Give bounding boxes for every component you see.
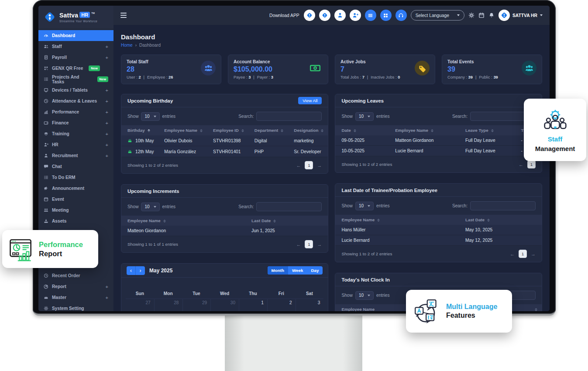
pager-prev-icon[interactable]: ←: [510, 251, 515, 257]
sidebar-item-payroll[interactable]: Payroll+: [38, 52, 113, 63]
pager-page-1[interactable]: 1: [519, 250, 527, 258]
dashboard-content: Dashboard Home › Dashboard Total Staff 2…: [113, 25, 550, 311]
column-header[interactable]: Date: [335, 125, 389, 135]
column-header[interactable]: Employee Name: [158, 125, 207, 135]
calendar-date-cell[interactable]: 28: [154, 299, 182, 311]
sidebar-item-dashboard[interactable]: Dashboard: [38, 30, 113, 41]
staff-management-icon: [541, 107, 570, 134]
sidebar-item-projects-tasks[interactable]: Projects And TasksNew: [38, 74, 113, 85]
calendar-month-title: May 2025: [149, 268, 172, 274]
search-input[interactable]: [256, 202, 322, 211]
table-header-row: Employee Name Last Date: [335, 215, 542, 225]
calendar-date-cell[interactable]: 1: [239, 299, 267, 311]
per-page-select[interactable]: 10: [355, 202, 374, 210]
support-button[interactable]: [395, 10, 407, 21]
topbar: Download APP Select Language: [113, 6, 550, 25]
sidebar-item-chat[interactable]: Chat: [38, 161, 113, 172]
calendar-day-headers: Sun Mon Tue Wed Thu Fri Sat: [126, 289, 323, 299]
pager-prev-icon[interactable]: ←: [296, 163, 301, 168]
expand-plus-icon: +: [106, 131, 108, 137]
calendar-view-month[interactable]: Month: [268, 266, 288, 275]
per-page-select[interactable]: 10: [141, 203, 159, 211]
calendar-date-cell[interactable]: 27: [126, 299, 154, 311]
calendar-date-cell[interactable]: 2: [267, 299, 296, 311]
employee-app-icon[interactable]: [334, 10, 346, 21]
user-menu[interactable]: SATTVA HR: [499, 10, 543, 21]
monitor-stand: [225, 315, 362, 371]
pager-page-1[interactable]: 1: [527, 160, 536, 168]
feature-card-performance-report: Performance Report: [2, 230, 98, 268]
table-cell: Matteon Giordanon: [389, 135, 459, 146]
sidebar-item-finance[interactable]: Finance+: [38, 117, 113, 128]
sidebar-item-meeting[interactable]: Meeting: [38, 205, 113, 216]
calendar-date-cell[interactable]: 29: [182, 299, 211, 311]
pager-page-1[interactable]: 1: [305, 161, 313, 169]
column-header[interactable]: Last Date: [459, 215, 542, 225]
column-header[interactable]: Department: [248, 125, 288, 135]
search-input[interactable]: [470, 201, 536, 210]
pager-page-1[interactable]: 1: [305, 240, 313, 248]
sidebar-item-announcement[interactable]: Announcement: [38, 183, 113, 194]
calendar-date-cell[interactable]: 30: [210, 299, 239, 311]
column-header[interactable]: Employee Name: [121, 216, 245, 226]
column-header[interactable]: Leave Type: [459, 125, 515, 135]
dow-label: Fri: [267, 289, 296, 299]
notifications-button[interactable]: [488, 12, 495, 18]
stat-sub: Company : 39|Public : 39: [447, 75, 536, 79]
column-header[interactable]: Employee Name: [335, 215, 459, 225]
calendar-view-day[interactable]: Day: [307, 266, 323, 275]
manager-app-icon[interactable]: [350, 10, 361, 21]
active-jobs-icon: [415, 61, 430, 76]
sidebar-item-system-setting[interactable]: System Setting: [38, 303, 113, 311]
bell-icon: [488, 12, 495, 18]
brand-logo[interactable]: Sattva HR TM Streamline Your Workforce: [38, 6, 113, 28]
sidebar-item-hr[interactable]: HR+: [38, 139, 113, 150]
column-header[interactable]: Employee ID: [207, 125, 248, 135]
calendar-view-week[interactable]: Week: [288, 266, 307, 275]
pager-next-icon[interactable]: →: [317, 163, 322, 168]
per-page-select[interactable]: 10: [355, 291, 374, 300]
sidebar-item-todo-erm[interactable]: To Do ERM: [38, 172, 113, 183]
sidebar-item-event[interactable]: Event: [38, 194, 113, 205]
pager-next-icon[interactable]: →: [531, 251, 536, 257]
pager-next-icon[interactable]: →: [317, 242, 322, 247]
breadcrumb-home[interactable]: Home: [121, 43, 133, 48]
per-page-select[interactable]: 10: [355, 112, 374, 121]
sidebar-item-staff[interactable]: Staff+: [38, 41, 113, 52]
sidebar-item-assets[interactable]: Assets: [38, 216, 113, 227]
search-input[interactable]: [256, 112, 322, 121]
sidebar-item-recent-order[interactable]: Recent Order: [38, 270, 113, 281]
calendar-button[interactable]: [478, 12, 485, 18]
play-store-icon[interactable]: [319, 10, 330, 21]
sidebar-item-attendance[interactable]: Attendance & Leaves+: [38, 96, 113, 106]
column-header[interactable]: Birthday: [121, 125, 158, 135]
calendar-prev-button[interactable]: ‹: [127, 266, 136, 275]
pager-prev-icon[interactable]: ←: [519, 162, 523, 167]
pager-prev-icon[interactable]: ←: [296, 242, 301, 247]
column-header[interactable]: Designation: [288, 125, 328, 135]
table-cell: STVHR01398: [207, 135, 248, 146]
settings-button[interactable]: [468, 12, 475, 18]
calendar-next-button[interactable]: ›: [136, 266, 145, 275]
app-store-icon[interactable]: [304, 10, 315, 21]
apps-grid-button[interactable]: [380, 10, 392, 21]
quick-list-button[interactable]: [365, 10, 376, 21]
calendar-date-cell[interactable]: 3: [296, 299, 324, 311]
per-page-select[interactable]: 10: [141, 112, 159, 121]
language-select[interactable]: Select Language: [411, 10, 464, 21]
hamburger-icon[interactable]: [120, 13, 127, 18]
column-header[interactable]: Employee Name: [389, 125, 459, 135]
monitor-bezel: Sattva HR TM Streamline Your Workforce D…: [33, 0, 556, 316]
sidebar-item-devices[interactable]: Devices / Tablets+: [38, 85, 113, 96]
sidebar-item-report[interactable]: Report+: [38, 281, 113, 292]
download-app-label: Download APP: [269, 13, 299, 18]
table-info: Showing 1 to 2 of 2 entries: [341, 162, 392, 167]
view-all-button[interactable]: View All: [298, 97, 322, 104]
sidebar-item-recruitment[interactable]: Recruitment+: [38, 150, 113, 161]
column-header[interactable]: Last Date: [245, 216, 328, 226]
sidebar-item-training[interactable]: Training+: [38, 128, 113, 139]
sidebar-item-performance[interactable]: Performance+: [38, 106, 113, 117]
chevron-down-icon: [457, 14, 460, 16]
sidebar-item-genx-qr[interactable]: GENX QR FreeNew: [38, 63, 113, 74]
sidebar-item-master[interactable]: Master+: [38, 292, 113, 303]
